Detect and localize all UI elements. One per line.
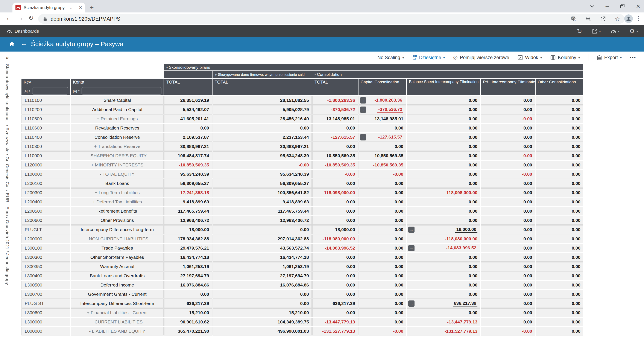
value-cell: 0.00 bbox=[481, 142, 535, 151]
drill-through-icon[interactable]: → bbox=[360, 97, 366, 104]
value-cell: 0.00 bbox=[312, 308, 358, 317]
address-bar-input[interactable]: depmkons1:9205/DEPMAPPS GA ☆ bbox=[38, 14, 625, 24]
column-header-bs-intercompany-elimination[interactable]: Balance Sheet Intercompany Elimination bbox=[407, 79, 480, 95]
drill-through-icon[interactable]: → bbox=[408, 227, 414, 233]
value-cell: 0.00 bbox=[407, 216, 480, 225]
view-toolbar: No Scaling ▾ .00⇄ Dziesiętne ▾ ∅ Pomijaj… bbox=[378, 52, 636, 64]
row-account-cell: Intercompany Differences Long-term bbox=[71, 225, 164, 234]
group-header-consolidation[interactable]: - Consolidation bbox=[312, 71, 583, 78]
drill-through-icon[interactable]: → bbox=[408, 245, 414, 251]
export-menu[interactable]: Export ▾ bbox=[596, 55, 622, 60]
tab-search-chevron-icon[interactable] bbox=[590, 5, 594, 8]
window-close-button[interactable]: × bbox=[636, 3, 640, 10]
forward-icon[interactable]: → bbox=[17, 14, 24, 22]
value-text: 0.00 bbox=[394, 199, 403, 204]
value-text: 0.00 bbox=[346, 273, 355, 278]
dashboards-menu[interactable]: Dashboards bbox=[6, 25, 39, 37]
value-text: 0.00 bbox=[346, 292, 355, 297]
group-header-adjusted-company-data[interactable]: + Skorygowane dane firmowe, w tym przeni… bbox=[212, 71, 312, 78]
profile-avatar[interactable] bbox=[624, 15, 633, 23]
browser-menu-icon[interactable]: ⋮ bbox=[636, 15, 642, 22]
key-filter-type-button[interactable]: [A] ▾ bbox=[24, 89, 30, 93]
refresh-button[interactable]: ↻ bbox=[577, 28, 582, 35]
back-icon[interactable]: ← bbox=[6, 14, 12, 22]
tab-close-icon[interactable]: × bbox=[79, 5, 82, 10]
value-text: 0.00 bbox=[572, 181, 580, 186]
value-text: 0.00 bbox=[394, 264, 403, 269]
drill-value-link[interactable]: 636,217.39 bbox=[453, 301, 478, 306]
dashboard-switcher-button[interactable]: ▾ bbox=[611, 29, 620, 33]
home-icon[interactable] bbox=[8, 41, 15, 47]
group-header-consolidated-balance[interactable]: - Skonsolidowany bilans bbox=[164, 64, 583, 71]
table-header: - Skonsolidowany bilans + Skorygowane da… bbox=[22, 64, 583, 95]
konta-filter-input[interactable] bbox=[82, 87, 162, 95]
value-cell: -118,098,000.00 bbox=[407, 188, 480, 197]
column-header-other-consolidations[interactable]: Other Consolidations bbox=[536, 79, 583, 95]
value-cell: 0.00 bbox=[312, 216, 358, 225]
value-cell: 16,076,884.86 bbox=[164, 281, 212, 289]
bookmark-star-icon[interactable]: ☆ bbox=[615, 16, 620, 22]
window-restore-button[interactable] bbox=[620, 4, 625, 9]
window-minimize-button[interactable]: – bbox=[606, 3, 609, 10]
scaling-menu[interactable]: No Scaling ▾ bbox=[378, 55, 404, 60]
value-text: 0.00 bbox=[572, 199, 580, 204]
column-header-capital-consolidation[interactable]: Capital Consolidation bbox=[358, 79, 406, 95]
more-options-button[interactable]: ••• bbox=[630, 55, 636, 60]
value-cell: 0.00 bbox=[536, 244, 583, 252]
sidebar-expand-icon[interactable]: » bbox=[2, 55, 13, 61]
column-header-adjusted-total[interactable]: TOTAL bbox=[212, 79, 312, 95]
drill-through-icon[interactable]: → bbox=[360, 107, 366, 113]
value-text: 0.00 bbox=[523, 227, 532, 232]
value-text: 0.00 bbox=[572, 153, 580, 158]
value-text: 18,000.00 bbox=[189, 227, 209, 232]
konta-filter-type-button[interactable]: [A] ▾ bbox=[73, 89, 80, 93]
value-cell: 27,197,694.79 bbox=[164, 271, 212, 280]
value-text: 0.00 bbox=[346, 125, 355, 131]
share-menu-button[interactable]: ▾ bbox=[592, 28, 601, 34]
drill-value-link[interactable]: -370,536.72 bbox=[377, 107, 403, 113]
value-text: 0.00 bbox=[394, 319, 403, 324]
value-cell: 0.00 bbox=[481, 318, 535, 326]
skip-zero-rows-toggle[interactable]: ∅ Pomijaj wiersze zerowe bbox=[453, 55, 509, 61]
caret-icon: ▾ bbox=[443, 56, 445, 59]
drill-value-link[interactable]: -127,615.57 bbox=[377, 134, 403, 140]
value-text: 0.00 bbox=[468, 144, 478, 149]
value-text: 13,148,985.01 bbox=[374, 116, 403, 121]
drill-through-icon[interactable]: → bbox=[360, 134, 366, 140]
settings-menu-button[interactable]: ⚙ ▾ bbox=[630, 28, 638, 35]
value-text: 16,434,774.18 bbox=[280, 255, 309, 260]
drill-value-link[interactable]: -14,083,996.52 bbox=[445, 245, 478, 251]
value-text: 0.00 bbox=[346, 264, 355, 269]
share-icon[interactable] bbox=[600, 16, 606, 22]
zoom-icon[interactable] bbox=[586, 16, 591, 22]
key-filter-input[interactable] bbox=[32, 87, 68, 95]
drill-through-icon[interactable]: → bbox=[408, 300, 414, 307]
decimals-menu[interactable]: .00⇄ Dziesiętne ▾ bbox=[412, 55, 445, 61]
value-cell: -1,800,263.36 bbox=[312, 96, 358, 105]
drill-value-link[interactable]: 18,000.00 bbox=[455, 227, 478, 233]
column-header-pl-intercompany-elimination[interactable]: P&L Intercompany Elimination bbox=[481, 79, 535, 95]
translate-icon[interactable]: GA bbox=[571, 16, 576, 22]
back-arrow-icon[interactable]: ← bbox=[20, 40, 28, 48]
row-account-cell: Revaluation Reserves bbox=[71, 124, 164, 132]
drill-value-link[interactable]: -1,800,263.36 bbox=[373, 98, 403, 103]
browser-tab[interactable]: Ścieżka audytu grupy – Pasywa × bbox=[12, 3, 85, 13]
row-account-cell: Retirement Benefits bbox=[71, 207, 164, 215]
value-cell: 0.00 bbox=[407, 271, 480, 280]
value-cell: -118,098,000.00 bbox=[312, 188, 358, 197]
value-text: 16,434,774.18 bbox=[180, 255, 209, 260]
account-label: Government Grants - Current bbox=[88, 292, 146, 297]
new-tab-button[interactable]: + bbox=[90, 3, 94, 12]
column-header-consolidated-total[interactable]: TOTAL bbox=[164, 79, 212, 95]
columns-menu[interactable]: Kolumny ▾ bbox=[550, 55, 580, 60]
value-cell: 0.00 bbox=[536, 142, 583, 151]
value-text: 26,351,619.19 bbox=[180, 98, 209, 103]
value-cell: 26,351,619.19 bbox=[164, 96, 212, 105]
value-text: 95,634,248.39 bbox=[180, 172, 209, 177]
reload-icon[interactable]: ↻ bbox=[28, 14, 34, 22]
value-cell: 0.00 bbox=[312, 124, 358, 132]
view-menu[interactable]: Widok ▾ bbox=[517, 55, 542, 60]
column-header-consolidation-total[interactable]: TOTAL bbox=[312, 79, 358, 95]
value-cell: 0.00 bbox=[312, 290, 358, 298]
row-key-cell: L110200 bbox=[22, 105, 70, 114]
